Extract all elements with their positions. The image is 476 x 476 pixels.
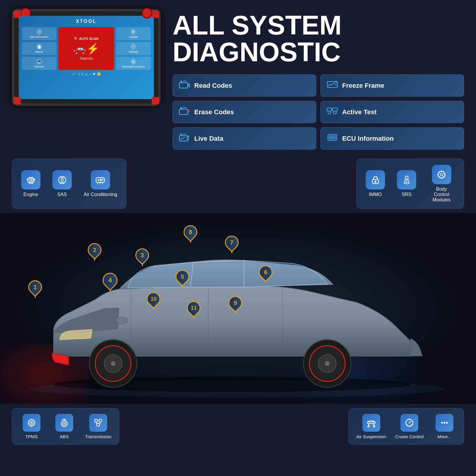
bottom-modules-section: TPMS ABS xyxy=(0,404,476,449)
svg-rect-20 xyxy=(329,138,331,139)
remote-btn[interactable]: 🖥️ Remote xyxy=(22,57,57,70)
svg-rect-12 xyxy=(334,111,336,114)
freeze-frame-btn[interactable]: Freeze Frame xyxy=(320,74,464,97)
svg-rect-4 xyxy=(335,81,337,83)
extended-icon: ⊞ xyxy=(130,59,136,65)
settings-btn[interactable]: ⚙️ Settings xyxy=(116,42,151,55)
srs-module[interactable]: SRS xyxy=(397,170,416,197)
air-conditioning-icon xyxy=(91,170,110,190)
sas-icon xyxy=(52,170,72,190)
cruise-control-module[interactable]: Cruise Control xyxy=(395,414,424,439)
top-section: XTOOL ⚙️ Special function 📄 Report xyxy=(0,0,476,156)
pin-5: 5 xyxy=(176,270,189,287)
tpms-label: TPMS xyxy=(25,434,38,439)
pin-3-number: 3 xyxy=(140,252,144,259)
transmission-module[interactable]: Transmission xyxy=(85,414,112,439)
features-grid: Read Codes Freeze Frame xyxy=(173,74,464,150)
main-title: ALL SYSTEM DIAGNOSTIC xyxy=(173,12,464,65)
pin-7-number: 7 xyxy=(230,239,233,246)
svg-point-61 xyxy=(99,419,102,422)
report-icon: 📄 xyxy=(36,44,42,50)
car-section: 1 2 3 4 xyxy=(0,213,476,404)
extended-fn-btn[interactable]: ⊞ Extended functions xyxy=(116,57,151,70)
title-line2: DIAGNOSTIC xyxy=(173,39,464,65)
air-suspension-icon xyxy=(362,414,380,432)
pin-3: 3 xyxy=(135,248,149,266)
screen-left-buttons: ⚙️ Special function 📄 Report 🖥️ Remote xyxy=(22,27,57,70)
pin-6-number: 6 xyxy=(264,269,267,276)
special-fn-label: Special function xyxy=(30,35,49,38)
pin-8: 8 xyxy=(184,225,197,243)
immo-module[interactable]: IMMO xyxy=(366,170,385,197)
air-conditioning-label: Air Conditioning xyxy=(84,192,117,197)
status-icon-1: 🔊 xyxy=(72,72,76,76)
report-btn[interactable]: 📄 Report xyxy=(22,42,57,55)
corner-br xyxy=(152,97,159,104)
svg-rect-22 xyxy=(334,138,336,139)
status-icon-4: △ xyxy=(85,72,87,76)
live-data-icon xyxy=(179,133,190,144)
screen-grid: ⚙️ Special function 📄 Report 🖥️ Remote xyxy=(22,27,151,70)
freeze-frame-icon xyxy=(327,80,338,91)
svg-point-59 xyxy=(64,423,65,424)
title-line1: ALL SYSTEM xyxy=(173,12,464,39)
svg-rect-11 xyxy=(333,108,337,111)
device-screen: XTOOL ⚙️ Special function 📄 Report xyxy=(19,16,154,99)
pin-10-number: 10 xyxy=(151,296,156,302)
bcm-module[interactable]: Body Control Modules xyxy=(428,165,455,203)
corner-bl xyxy=(13,97,21,104)
svg-rect-0 xyxy=(179,83,188,88)
svg-point-14 xyxy=(180,134,182,135)
status-icon-7: 📶 xyxy=(97,72,101,76)
screen-status-bar: 🔊 ◁ ≡ △ ○ ✱ 📶 xyxy=(22,72,151,76)
diagnosis-label: Diagnosis xyxy=(80,57,93,60)
update-btn[interactable]: ⬆️ Update xyxy=(116,27,151,40)
svg-point-78 xyxy=(446,422,448,424)
active-test-btn[interactable]: Active Test xyxy=(320,101,464,123)
read-codes-btn[interactable]: Read Codes xyxy=(173,74,316,97)
more-module[interactable]: More... xyxy=(433,414,456,439)
corner-tl xyxy=(13,10,21,18)
svg-point-31 xyxy=(61,179,63,181)
cruise-control-label: Cruise Control xyxy=(395,434,424,439)
update-icon: ⬆️ xyxy=(130,29,136,35)
auto-scan-label: 🔍 AUTO SCAN xyxy=(74,37,98,41)
auto-scan-center[interactable]: 🔍 AUTO SCAN 🚗⚡ Diagnosis xyxy=(58,27,114,70)
settings-icon: ⚙️ xyxy=(130,44,136,50)
air-suspension-module[interactable]: Air Suspension xyxy=(356,414,386,439)
svg-rect-26 xyxy=(29,177,31,178)
more-label: More... xyxy=(438,434,452,439)
pin-11-number: 11 xyxy=(191,305,197,311)
svg-rect-25 xyxy=(34,179,35,180)
abs-module[interactable]: ABS xyxy=(52,414,76,439)
engine-module[interactable]: Engine xyxy=(21,170,40,197)
live-data-btn[interactable]: Live Data xyxy=(173,127,316,150)
car-background: 1 2 3 4 xyxy=(0,213,476,404)
svg-rect-5 xyxy=(179,109,188,115)
ecu-info-btn[interactable]: ECU Information xyxy=(320,127,464,150)
right-modules-group: IMMO SRS xyxy=(356,159,464,209)
air-suspension-label: Air Suspension xyxy=(356,434,386,439)
pin-2: 2 xyxy=(88,243,101,261)
svg-rect-27 xyxy=(31,177,33,178)
svg-point-71 xyxy=(373,425,375,427)
pin-5-number: 5 xyxy=(181,273,184,280)
erase-codes-label: Erase Codes xyxy=(194,108,234,116)
erase-codes-btn[interactable]: Erase Codes xyxy=(173,101,316,123)
sas-module[interactable]: SAS xyxy=(52,170,72,197)
freeze-frame-label: Freeze Frame xyxy=(342,82,384,90)
screen-right-buttons: ⬆️ Update ⚙️ Settings ⊞ Extended functio… xyxy=(116,27,151,70)
cruise-control-icon xyxy=(400,414,418,432)
pin-9: 9 xyxy=(228,296,242,314)
bcm-label: Body Control Modules xyxy=(428,187,455,203)
pin-1: 1 xyxy=(28,280,42,298)
brand-logo: XTOOL xyxy=(22,19,151,24)
svg-rect-19 xyxy=(334,136,336,137)
xtool-device: XTOOL ⚙️ Special function 📄 Report xyxy=(12,9,161,106)
svg-point-39 xyxy=(405,176,408,179)
air-conditioning-module[interactable]: Air Conditioning xyxy=(84,170,117,197)
extended-label: Extended functions xyxy=(122,65,145,68)
srs-icon xyxy=(397,170,416,190)
special-function-btn[interactable]: ⚙️ Special function xyxy=(22,27,57,40)
tpms-module[interactable]: TPMS xyxy=(20,414,43,439)
